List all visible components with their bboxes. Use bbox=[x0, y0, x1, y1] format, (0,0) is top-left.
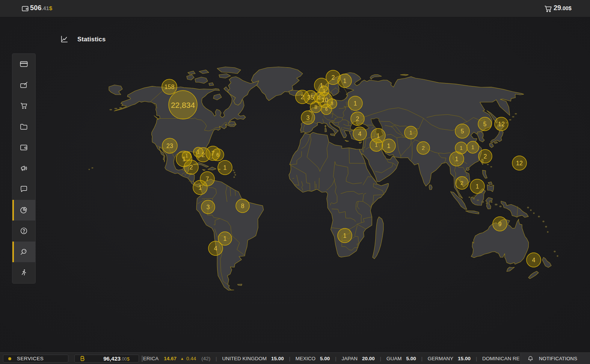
svg-text:2: 2 bbox=[356, 116, 359, 122]
svg-text:4: 4 bbox=[358, 131, 362, 137]
svg-text:7: 7 bbox=[206, 176, 209, 182]
svg-text:2: 2 bbox=[202, 152, 205, 158]
svg-text:3: 3 bbox=[207, 204, 210, 210]
svg-text:2: 2 bbox=[460, 180, 463, 186]
svg-text:1: 1 bbox=[320, 82, 323, 89]
svg-text:12: 12 bbox=[498, 121, 505, 127]
svg-text:4: 4 bbox=[214, 245, 217, 252]
svg-text:8: 8 bbox=[241, 203, 244, 209]
svg-text:23: 23 bbox=[166, 143, 173, 149]
svg-text:2: 2 bbox=[422, 145, 425, 151]
svg-text:9: 9 bbox=[498, 221, 502, 227]
svg-text:2: 2 bbox=[318, 95, 321, 100]
svg-text:5: 5 bbox=[461, 128, 464, 134]
svg-text:1: 1 bbox=[387, 143, 391, 149]
svg-text:8: 8 bbox=[314, 104, 317, 110]
svg-text:1: 1 bbox=[323, 88, 326, 94]
svg-text:1: 1 bbox=[375, 142, 378, 148]
svg-text:1: 1 bbox=[460, 145, 463, 151]
svg-text:1: 1 bbox=[199, 184, 202, 191]
svg-text:35: 35 bbox=[307, 94, 314, 101]
svg-text:12: 12 bbox=[516, 160, 523, 166]
svg-text:2: 2 bbox=[190, 164, 193, 171]
svg-text:1: 1 bbox=[377, 133, 380, 139]
svg-text:10: 10 bbox=[321, 97, 328, 103]
svg-text:1: 1 bbox=[471, 144, 474, 150]
svg-text:1: 1 bbox=[343, 78, 347, 84]
svg-text:3: 3 bbox=[306, 115, 310, 121]
svg-text:1: 1 bbox=[186, 153, 188, 159]
svg-text:6: 6 bbox=[325, 107, 328, 112]
svg-text:7: 7 bbox=[211, 150, 215, 157]
svg-text:1: 1 bbox=[197, 150, 200, 155]
svg-text:1: 1 bbox=[476, 183, 479, 190]
svg-text:1: 1 bbox=[343, 233, 347, 239]
svg-text:158: 158 bbox=[164, 84, 175, 90]
svg-text:2: 2 bbox=[484, 153, 487, 160]
svg-text:2: 2 bbox=[301, 94, 304, 100]
svg-text:1: 1 bbox=[409, 130, 412, 136]
svg-text:1: 1 bbox=[223, 165, 227, 171]
svg-text:5: 5 bbox=[483, 121, 487, 127]
svg-text:1: 1 bbox=[455, 156, 459, 162]
svg-text:1: 1 bbox=[354, 100, 357, 107]
svg-text:2: 2 bbox=[332, 74, 335, 81]
svg-text:4: 4 bbox=[532, 257, 536, 263]
svg-text:22,834: 22,834 bbox=[171, 101, 195, 109]
svg-text:6: 6 bbox=[216, 152, 219, 158]
svg-text:1: 1 bbox=[223, 236, 227, 242]
svg-text:3: 3 bbox=[331, 101, 333, 106]
